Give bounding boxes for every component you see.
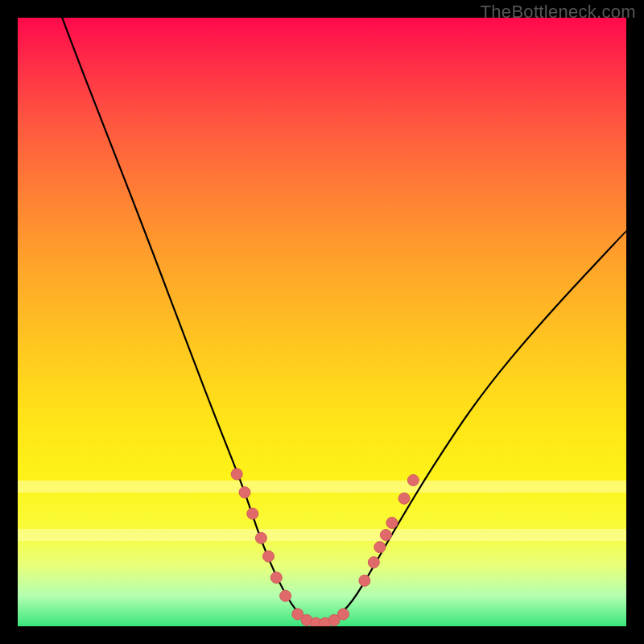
chart-plot-area xyxy=(18,18,626,626)
watermark-text: TheBottleneck.com xyxy=(481,2,636,23)
